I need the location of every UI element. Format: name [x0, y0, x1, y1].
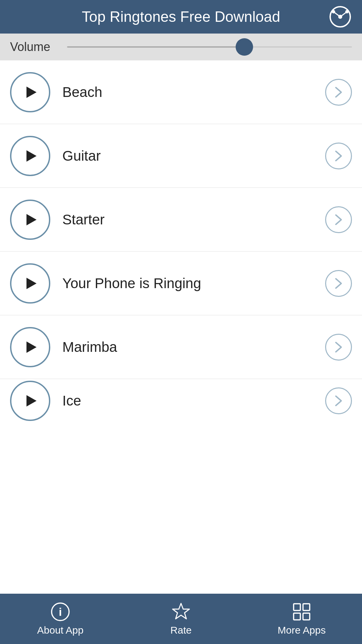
chevron-button-6[interactable]: [325, 387, 352, 414]
ringtone-name-6: Ice: [50, 393, 325, 409]
info-icon: i: [50, 602, 70, 622]
ringtone-name-5: Marimba: [50, 339, 325, 355]
play-button-5[interactable]: [10, 327, 50, 367]
svg-marker-10: [26, 341, 37, 353]
play-icon: [22, 84, 39, 101]
svg-rect-18: [303, 613, 310, 620]
rate-label: Rate: [170, 625, 191, 636]
ringtone-item: Guitar: [0, 124, 362, 188]
bottom-nav: i About App Rate More Apps: [0, 594, 362, 644]
chevron-right-icon: [333, 86, 345, 98]
star-icon: [171, 602, 191, 622]
nav-about-app[interactable]: i About App: [0, 598, 121, 639]
play-icon: [22, 392, 39, 409]
more-apps-label: More Apps: [278, 625, 325, 636]
svg-rect-15: [294, 604, 300, 610]
ringtone-name-4: Your Phone is Ringing: [50, 275, 325, 291]
play-button-1[interactable]: [10, 72, 50, 112]
grid-icon: [292, 602, 312, 622]
play-button-3[interactable]: [10, 200, 50, 240]
svg-marker-6: [26, 87, 37, 98]
svg-marker-9: [26, 278, 37, 289]
play-button-4[interactable]: [10, 263, 50, 304]
chevron-button-3[interactable]: [325, 206, 352, 233]
ringtone-list: Beach Guitar: [0, 60, 362, 594]
svg-marker-8: [26, 214, 37, 225]
ringtone-name-3: Starter: [50, 212, 325, 228]
volume-slider-wrap[interactable]: [67, 46, 352, 48]
ringtone-item: Ice: [0, 379, 362, 423]
play-icon: [22, 339, 39, 356]
volume-slider[interactable]: [67, 46, 352, 48]
play-icon: [22, 148, 39, 164]
play-button-6[interactable]: [10, 381, 50, 421]
svg-marker-14: [173, 603, 189, 619]
chevron-button-2[interactable]: [325, 143, 352, 169]
ringtone-name-1: Beach: [50, 84, 325, 100]
chevron-button-4[interactable]: [325, 270, 352, 297]
chevron-right-icon: [333, 341, 345, 353]
svg-marker-7: [26, 150, 37, 162]
chevron-button-1[interactable]: [325, 79, 352, 106]
chevron-right-icon: [333, 214, 345, 226]
ringtone-item: Your Phone is Ringing: [0, 252, 362, 315]
chevron-button-5[interactable]: [325, 334, 352, 361]
volume-label: Volume: [10, 40, 60, 54]
svg-rect-16: [303, 604, 310, 610]
ringtone-item: Beach: [0, 60, 362, 124]
nav-rate[interactable]: Rate: [121, 598, 241, 639]
play-icon: [22, 211, 39, 228]
ringtone-item: Marimba: [0, 315, 362, 379]
app-logo-icon: [328, 5, 352, 29]
play-button-2[interactable]: [10, 136, 50, 176]
svg-line-4: [340, 12, 347, 17]
nav-more-apps[interactable]: More Apps: [241, 598, 362, 639]
app-title: Top Ringtones Free Download: [34, 8, 328, 25]
svg-marker-11: [26, 395, 37, 407]
play-icon: [22, 275, 39, 292]
chevron-right-icon: [333, 277, 345, 289]
ringtone-name-2: Guitar: [50, 148, 325, 164]
ringtone-item: Starter: [0, 188, 362, 252]
chevron-right-icon: [333, 150, 345, 162]
app-header: Top Ringtones Free Download: [0, 0, 362, 34]
chevron-right-icon: [333, 395, 345, 407]
about-app-label: About App: [37, 625, 83, 636]
svg-rect-17: [294, 613, 300, 620]
svg-line-5: [334, 12, 340, 17]
svg-text:i: i: [59, 605, 62, 618]
volume-section: Volume: [0, 34, 362, 60]
